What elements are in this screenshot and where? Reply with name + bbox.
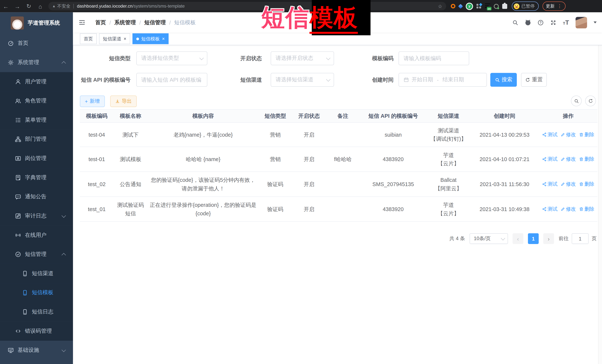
edit-log-icon xyxy=(15,213,21,219)
sidebar-item-sms-mgmt[interactable]: 短信管理 xyxy=(0,245,73,264)
reset-button[interactable]: 重置 xyxy=(521,73,547,87)
edit-link[interactable]: 修改 xyxy=(560,180,576,188)
template-code-input-wrap[interactable] xyxy=(398,52,469,65)
edit-link[interactable]: 修改 xyxy=(560,155,576,163)
tab-home[interactable]: 首页 xyxy=(80,33,97,44)
plus-icon: + xyxy=(85,98,88,104)
sms-channel-select[interactable]: 请选择短信渠道 xyxy=(271,73,334,87)
delete-link[interactable]: 删除 xyxy=(579,131,594,139)
sidebar-item-label: 在线用户 xyxy=(25,232,46,239)
address-bar[interactable]: ▲ 不安全 dashboard.yudao.iocoder.cn /system… xyxy=(48,2,446,10)
avatar-dropdown-caret[interactable] xyxy=(594,21,597,23)
cell-channel: 测试渠道【调试(钉钉)】 xyxy=(427,123,470,147)
quick-search-button[interactable] xyxy=(571,95,582,106)
start-date-placeholder: 开始日期 xyxy=(411,76,433,83)
sidebar-item-error-code[interactable]: 错误码管理 xyxy=(0,322,73,341)
sidebar-item-user-mgmt[interactable]: 用户管理 xyxy=(0,72,73,92)
sidebar-item-notice[interactable]: 通知公告 xyxy=(0,187,73,207)
extension-grid-icon[interactable] xyxy=(477,4,482,9)
fullscreen-icon[interactable] xyxy=(550,20,556,26)
chevron-down-icon xyxy=(62,213,66,218)
user-avatar[interactable] xyxy=(576,17,587,28)
page-content: 短信类型 请选择短信类型 开启状态 请选择开启状态 模板编码 短信 API 的模… xyxy=(73,45,602,244)
sidebar-item-infrastructure[interactable]: 基础设施 xyxy=(0,341,73,360)
breadcrumb-system[interactable]: 系统管理 xyxy=(114,19,136,26)
browser-reload-button[interactable]: ↻ xyxy=(23,3,34,10)
template-code-input[interactable] xyxy=(404,55,465,61)
delete-link[interactable]: 删除 xyxy=(579,155,594,163)
sidebar-item-online-users[interactable]: 在线用户 xyxy=(0,226,73,245)
sidebar-item-home[interactable]: 首页 xyxy=(0,34,73,53)
browser-forward-button[interactable]: → xyxy=(11,3,23,10)
font-size-icon[interactable]: TT xyxy=(563,19,569,26)
search-button[interactable]: 搜索 xyxy=(490,73,517,87)
sidebar-item-label: 部门管理 xyxy=(25,136,46,143)
cell-created: 2021-03-31 11:56:30 xyxy=(470,172,539,197)
sidebar-item-system-mgmt[interactable]: 系统管理 xyxy=(0,53,73,72)
sidebar-item-dept-mgmt[interactable]: 部门管理 xyxy=(0,130,73,149)
delete-label: 删除 xyxy=(584,180,594,188)
sms-type-select[interactable]: 请选择短信类型 xyxy=(136,52,207,65)
api-template-id-input-wrap[interactable] xyxy=(136,73,207,87)
cell-status: 开启 xyxy=(292,172,326,197)
extensions-puzzle-icon[interactable] xyxy=(502,4,507,9)
search-icon[interactable] xyxy=(512,20,518,26)
date-range-picker[interactable]: 开始日期 - 结束日期 xyxy=(398,73,487,87)
bookmark-star-icon[interactable]: ☆ xyxy=(438,3,442,9)
page-scrollbar[interactable] xyxy=(598,12,602,364)
github-icon[interactable] xyxy=(525,20,531,26)
sidebar-item-menu-mgmt[interactable]: 菜单管理 xyxy=(0,111,73,130)
delete-link[interactable]: 删除 xyxy=(579,205,594,213)
sidebar-item-sms-template[interactable]: 短信模板 xyxy=(0,283,73,302)
sidebar-item-role-mgmt[interactable]: 角色管理 xyxy=(0,91,73,111)
tab-sms-channel[interactable]: 短信渠道× xyxy=(99,33,130,44)
prev-page-button[interactable]: ‹ xyxy=(513,233,523,244)
test-link[interactable]: 测试 xyxy=(542,131,558,139)
close-icon[interactable]: × xyxy=(124,36,126,41)
add-button[interactable]: + 新增 xyxy=(80,95,105,107)
extension-orange-icon[interactable] xyxy=(451,4,455,9)
extension-spy-icon[interactable] xyxy=(494,4,499,9)
delete-link[interactable]: 删除 xyxy=(579,180,594,188)
browser-back-button[interactable]: ← xyxy=(0,3,11,10)
close-icon[interactable]: × xyxy=(162,36,165,41)
tab-sms-template[interactable]: 短信模板× xyxy=(132,33,169,44)
edit-icon xyxy=(560,182,565,187)
cell-name: 测试模板 xyxy=(114,147,147,172)
goto-page-input[interactable] xyxy=(572,233,589,244)
test-link[interactable]: 测试 xyxy=(542,205,558,213)
export-button[interactable]: 导出 xyxy=(110,95,137,107)
api-template-id-input[interactable] xyxy=(141,77,203,83)
current-page-button[interactable]: 1 xyxy=(528,233,539,244)
next-page-button[interactable]: › xyxy=(543,233,554,244)
app-logo[interactable]: 芋道管理系统 xyxy=(0,12,73,34)
help-icon[interactable]: ? xyxy=(538,20,544,26)
sidebar-item-label: 字典管理 xyxy=(25,174,46,181)
test-link[interactable]: 测试 xyxy=(542,155,558,163)
browser-home-button[interactable]: ⌂ xyxy=(34,3,46,10)
test-link[interactable]: 测试 xyxy=(542,180,558,188)
breadcrumb-sms[interactable]: 短信管理 xyxy=(144,19,166,26)
sidebar-item-sms-channel[interactable]: 短信渠道 xyxy=(0,264,73,283)
sidebar-item-dict-mgmt[interactable]: 字典管理 xyxy=(0,168,73,187)
sidebar-item-post-mgmt[interactable]: 岗位管理 xyxy=(0,149,73,168)
extension-green-icon[interactable]: y xyxy=(466,2,473,10)
channel-name: 芋道 xyxy=(429,151,468,159)
sidebar-item-sms-log[interactable]: 短信日志 xyxy=(0,302,73,322)
edit-link[interactable]: 修改 xyxy=(560,205,576,213)
browser-update-button[interactable]: 更新 ⋮ xyxy=(542,1,565,11)
page-unit-label: 页 xyxy=(592,235,597,242)
breadcrumb-home[interactable]: 首页 xyxy=(95,19,106,26)
extension-list-on-icon[interactable]: on xyxy=(485,3,490,9)
enable-status-select[interactable]: 请选择开启状态 xyxy=(271,52,334,65)
sidebar-toggle-button[interactable] xyxy=(79,19,85,27)
edit-link[interactable]: 修改 xyxy=(560,131,576,139)
extension-gem-icon[interactable] xyxy=(458,4,463,9)
browser-menu-icon[interactable]: ⋮ xyxy=(557,3,562,9)
profile-paused-pill[interactable]: 已暂停 xyxy=(512,1,538,11)
refresh-table-button[interactable] xyxy=(585,95,596,106)
page-size-select[interactable]: 10条/页 xyxy=(470,233,508,244)
cell-type: 验证码 xyxy=(259,197,292,222)
test-label: 测试 xyxy=(548,180,558,188)
sidebar-item-audit-log[interactable]: 审计日志 xyxy=(0,207,73,226)
